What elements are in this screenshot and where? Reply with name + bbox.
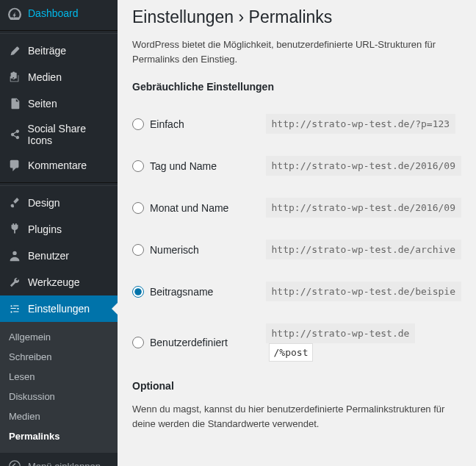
common-settings-heading: Gebräuchliche Einstellungen <box>132 81 461 93</box>
option-row-plain: Einfach http://strato-wp-test.de/?p=123 <box>132 103 461 145</box>
sidebar-item-plugins[interactable]: Plugins <box>0 216 118 243</box>
menu-separator <box>0 30 118 34</box>
sidebar-item-label: Benutzer <box>28 250 69 262</box>
sidebar-item-users[interactable]: Benutzer <box>0 243 118 269</box>
page-title: Einstellungen › Permalinks <box>132 7 461 27</box>
comment-icon <box>7 158 22 173</box>
user-icon <box>7 248 22 263</box>
radio-monthname[interactable] <box>132 202 144 214</box>
submenu-item-reading[interactable]: Lesen <box>0 367 118 387</box>
option-label-postname[interactable]: Beitragsname <box>132 286 259 298</box>
intro-text: WordPress bietet die Möglichkeit, benutz… <box>132 37 461 66</box>
option-label-custom[interactable]: Benutzerdefiniert <box>132 337 259 348</box>
sidebar-item-label: Werkzeuge <box>28 276 80 288</box>
submenu-item-media[interactable]: Medien <box>0 406 118 426</box>
radio-numeric[interactable] <box>132 244 144 256</box>
example-custom-base: http://strato-wp-test.de <box>266 323 416 343</box>
option-row-dayname: Tag und Name http://strato-wp-test.de/20… <box>132 145 461 187</box>
optional-heading: Optional <box>132 380 461 392</box>
sidebar-item-pages[interactable]: Seiten <box>0 90 118 117</box>
option-row-custom: Benutzerdefiniert http://strato-wp-test.… <box>132 312 461 373</box>
custom-structure-input[interactable] <box>269 343 313 362</box>
option-label-dayname[interactable]: Tag und Name <box>132 160 259 172</box>
optional-text: Wenn du magst, kannst du hier benutzerde… <box>132 402 461 431</box>
radio-dayname[interactable] <box>132 160 144 172</box>
option-row-postname: Beitragsname http://strato-wp-test.de/be… <box>132 270 461 312</box>
example-monthname: http://strato-wp-test.de/2016/09 <box>266 198 461 218</box>
sidebar-item-appearance[interactable]: Design <box>0 190 118 216</box>
option-row-monthname: Monat und Name http://strato-wp-test.de/… <box>132 187 461 229</box>
collapse-icon <box>7 459 22 466</box>
share-icon <box>7 127 22 142</box>
sidebar-item-settings[interactable]: Einstellungen <box>0 295 118 322</box>
sidebar-item-label: Beiträge <box>28 45 66 57</box>
option-row-numeric: Numerisch http://strato-wp-test.de/archi… <box>132 229 461 270</box>
sidebar-item-label: Einstellungen <box>28 303 90 315</box>
sidebar-item-label: Social Share Icons <box>28 123 112 146</box>
plug-icon <box>7 222 22 237</box>
menu-separator <box>0 182 118 186</box>
permalink-options-table: Einfach http://strato-wp-test.de/?p=123 … <box>132 103 461 373</box>
sidebar-item-label: Medien <box>28 71 62 83</box>
page-icon <box>7 96 22 111</box>
submenu-item-discussion[interactable]: Diskussion <box>0 387 118 406</box>
collapse-menu[interactable]: Menü einklappen <box>0 452 118 466</box>
main-content: Einstellungen › Permalinks WordPress bie… <box>118 0 476 466</box>
example-plain: http://strato-wp-test.de/?p=123 <box>266 114 456 134</box>
submenu-item-permalinks[interactable]: Permalinks <box>0 426 118 446</box>
example-dayname: http://strato-wp-test.de/2016/09 <box>266 156 461 176</box>
dashboard-icon <box>7 6 22 21</box>
sliders-icon <box>7 301 22 316</box>
brush-icon <box>7 196 22 210</box>
sidebar-item-social[interactable]: Social Share Icons <box>0 117 118 152</box>
sidebar-item-media[interactable]: Medien <box>0 64 118 90</box>
sidebar-item-tools[interactable]: Werkzeuge <box>0 269 118 295</box>
radio-custom[interactable] <box>132 337 144 348</box>
sidebar-item-dashboard[interactable]: Dashboard <box>0 0 118 26</box>
option-label-monthname[interactable]: Monat und Name <box>132 202 259 214</box>
radio-plain[interactable] <box>132 118 144 130</box>
submenu-item-general[interactable]: Allgemein <box>0 327 118 347</box>
sidebar-item-posts[interactable]: Beiträge <box>0 37 118 64</box>
collapse-label: Menü einklappen <box>28 461 101 467</box>
radio-postname[interactable] <box>132 286 144 298</box>
admin-sidebar: Dashboard Beiträge Medien Seiten Social … <box>0 0 118 466</box>
pin-icon <box>7 43 22 58</box>
sidebar-item-label: Design <box>28 197 60 209</box>
settings-submenu: Allgemein Schreiben Lesen Diskussion Med… <box>0 322 118 452</box>
example-postname: http://strato-wp-test.de/beispie <box>266 282 461 301</box>
sidebar-item-label: Kommentare <box>28 159 87 171</box>
sidebar-item-comments[interactable]: Kommentare <box>0 152 118 179</box>
media-icon <box>7 70 22 85</box>
option-label-plain[interactable]: Einfach <box>132 118 259 130</box>
sidebar-item-label: Plugins <box>28 223 62 235</box>
option-label-numeric[interactable]: Numerisch <box>132 244 259 256</box>
example-numeric: http://strato-wp-test.de/archive <box>266 240 461 259</box>
submenu-item-writing[interactable]: Schreiben <box>0 347 118 367</box>
wrench-icon <box>7 275 22 290</box>
sidebar-item-label: Seiten <box>28 98 57 110</box>
sidebar-item-label: Dashboard <box>28 7 79 19</box>
